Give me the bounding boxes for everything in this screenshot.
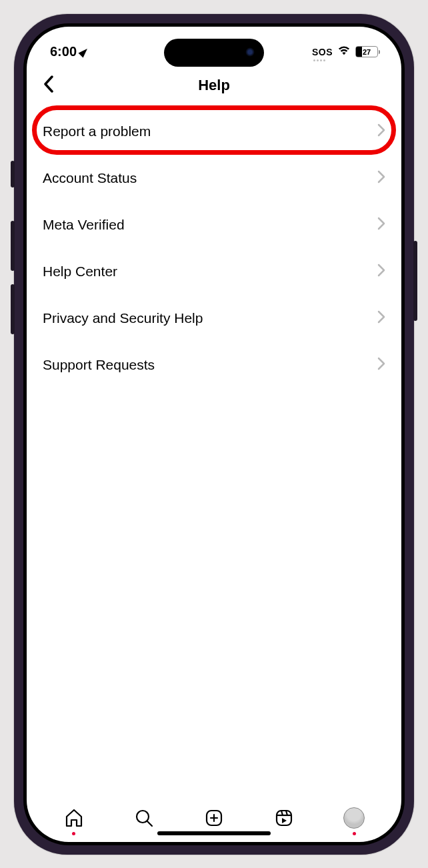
menu-label: Support Requests	[43, 357, 155, 373]
menu-label: Privacy and Security Help	[43, 310, 203, 326]
svg-line-1	[147, 821, 152, 826]
reels-icon	[273, 807, 295, 829]
chevron-right-icon	[377, 170, 385, 186]
menu-item-wrapper-highlighted: Report a problem	[40, 108, 388, 155]
chevron-right-icon	[377, 123, 385, 139]
search-icon	[133, 807, 155, 829]
plus-square-icon	[203, 807, 225, 829]
profile-avatar-icon	[343, 807, 365, 829]
side-button-volume-down	[11, 284, 15, 334]
location-icon	[79, 46, 90, 57]
menu-label: Meta Verified	[43, 217, 125, 233]
menu-item-support-requests[interactable]: Support Requests	[40, 342, 388, 388]
chevron-right-icon	[377, 357, 385, 373]
menu-item-meta-verified[interactable]: Meta Verified	[40, 201, 388, 248]
nav-search[interactable]	[109, 807, 179, 829]
home-indicator[interactable]	[157, 831, 271, 835]
status-right: SOS 27	[312, 44, 378, 59]
chevron-right-icon	[377, 217, 385, 233]
wifi-icon	[337, 44, 351, 59]
menu-item-privacy-security[interactable]: Privacy and Security Help	[40, 295, 388, 342]
menu-item-report-problem[interactable]: Report a problem	[40, 108, 388, 155]
status-time: 6:00	[50, 44, 77, 59]
nav-profile[interactable]	[319, 807, 389, 829]
status-left: 6:00	[50, 44, 87, 59]
nav-dot	[72, 832, 75, 835]
page-title: Help	[198, 77, 230, 94]
menu-list: Report a problem Account Status Meta Ver…	[27, 108, 401, 794]
back-button[interactable]	[39, 71, 59, 99]
nav-header: Help	[27, 67, 401, 104]
sos-indicator: SOS	[312, 47, 333, 57]
chevron-left-icon	[43, 75, 55, 93]
menu-item-help-center[interactable]: Help Center	[40, 248, 388, 295]
menu-label: Help Center	[43, 264, 117, 280]
phone-frame: 6:00 SOS 27	[14, 14, 414, 855]
side-button-volume-up	[11, 221, 15, 271]
nav-create[interactable]	[179, 807, 249, 829]
phone-inner-bezel: 6:00 SOS 27	[23, 23, 405, 845]
nav-dot	[353, 832, 356, 835]
nav-reels[interactable]	[249, 807, 319, 829]
dynamic-island	[164, 39, 264, 67]
home-icon	[63, 807, 85, 829]
screen: 6:00 SOS 27	[27, 27, 401, 842]
svg-rect-5	[277, 811, 291, 825]
menu-label: Account Status	[43, 170, 137, 186]
menu-label: Report a problem	[43, 123, 151, 139]
nav-home[interactable]	[39, 807, 109, 829]
battery-icon: 27	[355, 46, 378, 57]
chevron-right-icon	[377, 310, 385, 326]
side-button-mute	[11, 161, 15, 187]
chevron-right-icon	[377, 264, 385, 280]
side-button-power	[413, 241, 417, 321]
menu-item-account-status[interactable]: Account Status	[40, 155, 388, 201]
